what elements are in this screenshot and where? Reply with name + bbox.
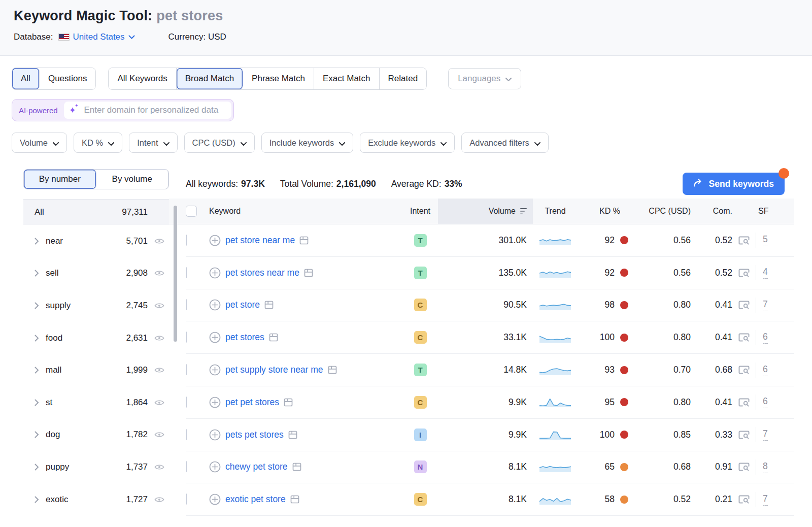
col-header-com[interactable]: Com.: [697, 207, 738, 216]
keyword-link[interactable]: pet store near me: [225, 235, 295, 246]
filter-dropdown-include-keywords[interactable]: Include keywords: [261, 133, 353, 153]
add-keyword-icon[interactable]: [209, 461, 221, 473]
eye-icon[interactable]: [154, 335, 164, 342]
row-checkbox[interactable]: [186, 493, 187, 505]
eye-icon[interactable]: [154, 496, 164, 503]
row-checkbox[interactable]: [186, 299, 187, 310]
keyword-link[interactable]: pet pet stores: [225, 397, 279, 408]
col-header-kd[interactable]: KD %: [578, 207, 634, 216]
serp-features-icon[interactable]: [738, 430, 750, 440]
serp-preview-icon[interactable]: [304, 269, 313, 277]
eye-icon[interactable]: [154, 431, 164, 438]
tab-exact-match[interactable]: Exact Match: [314, 68, 380, 89]
sf-count[interactable]: 6: [763, 332, 768, 344]
group-row-dog[interactable]: dog1,782: [23, 419, 169, 451]
col-header-keyword[interactable]: Keyword: [209, 207, 402, 216]
serp-preview-icon[interactable]: [292, 463, 301, 471]
keyword-link[interactable]: chewy pet store: [225, 462, 288, 472]
serp-preview-icon[interactable]: [284, 398, 293, 407]
chevron-right-icon[interactable]: [35, 270, 39, 277]
eye-icon[interactable]: [154, 238, 164, 245]
add-keyword-icon[interactable]: [209, 299, 221, 311]
sf-count[interactable]: 7: [763, 429, 768, 441]
send-keywords-button[interactable]: Send keywords: [683, 173, 785, 195]
chevron-right-icon[interactable]: [35, 238, 39, 245]
languages-dropdown[interactable]: Languages: [448, 68, 521, 89]
col-header-trend[interactable]: Trend: [533, 207, 578, 216]
eye-icon[interactable]: [154, 399, 164, 406]
add-keyword-icon[interactable]: [209, 364, 221, 376]
toggle-by-number[interactable]: By number: [24, 170, 96, 189]
tab-phrase-match[interactable]: Phrase Match: [243, 68, 314, 89]
chevron-right-icon[interactable]: [35, 399, 39, 406]
chevron-right-icon[interactable]: [35, 335, 39, 342]
col-header-volume[interactable]: Volume: [438, 199, 533, 224]
chevron-right-icon[interactable]: [35, 302, 39, 309]
serp-features-icon[interactable]: [738, 398, 750, 407]
group-row-supply[interactable]: supply2,745: [23, 289, 169, 322]
group-row-puppy[interactable]: puppy1,737: [23, 451, 169, 483]
serp-features-icon[interactable]: [738, 462, 750, 472]
keyword-link[interactable]: pets pet stores: [225, 430, 284, 440]
sf-count[interactable]: 7: [763, 299, 768, 311]
sf-count[interactable]: 6: [763, 396, 768, 408]
eye-icon[interactable]: [154, 270, 164, 277]
row-checkbox[interactable]: [186, 429, 187, 440]
keyword-link[interactable]: pet stores near me: [225, 268, 299, 278]
sf-count[interactable]: 4: [763, 267, 768, 279]
serp-preview-icon[interactable]: [269, 333, 278, 342]
serp-features-icon[interactable]: [738, 365, 750, 375]
serp-features-icon[interactable]: [738, 300, 750, 310]
filter-dropdown-kd-[interactable]: KD %: [74, 133, 122, 153]
col-header-cpc[interactable]: CPC (USD): [634, 207, 697, 216]
filter-dropdown-volume[interactable]: Volume: [12, 133, 67, 153]
add-keyword-icon[interactable]: [209, 235, 221, 246]
add-keyword-icon[interactable]: [209, 267, 221, 279]
sf-count[interactable]: 5: [763, 234, 768, 246]
select-all-checkbox[interactable]: [186, 206, 197, 217]
chevron-right-icon[interactable]: [35, 464, 39, 471]
row-checkbox[interactable]: [186, 397, 187, 408]
filter-dropdown-cpc-usd-[interactable]: CPC (USD): [184, 133, 255, 153]
serp-preview-icon[interactable]: [299, 236, 309, 245]
serp-preview-icon[interactable]: [288, 431, 297, 439]
serp-features-icon[interactable]: [738, 495, 750, 504]
keyword-link[interactable]: pet stores: [225, 332, 264, 343]
group-row-mall[interactable]: mall1,999: [23, 354, 169, 386]
sf-count[interactable]: 6: [763, 364, 768, 376]
serp-preview-icon[interactable]: [264, 301, 274, 309]
tab-broad-match[interactable]: Broad Match: [177, 68, 243, 89]
serp-features-icon[interactable]: [738, 236, 750, 245]
row-checkbox[interactable]: [186, 364, 187, 375]
tab-all[interactable]: All: [12, 68, 40, 89]
add-keyword-icon[interactable]: [209, 332, 221, 343]
row-checkbox[interactable]: [186, 332, 187, 343]
database-selector[interactable]: United States: [73, 32, 125, 42]
group-row-food[interactable]: food2,631: [23, 322, 169, 354]
sf-count[interactable]: 8: [763, 461, 768, 473]
serp-preview-icon[interactable]: [290, 495, 299, 504]
row-checkbox[interactable]: [186, 267, 187, 278]
filter-dropdown-advanced-filters[interactable]: Advanced filters: [461, 133, 548, 153]
sidebar-scrollbar[interactable]: [174, 206, 177, 342]
group-row-near[interactable]: near5,701: [23, 225, 169, 257]
group-row-sell[interactable]: sell2,908: [23, 257, 169, 290]
group-row-st[interactable]: st1,864: [23, 386, 169, 419]
group-row-all[interactable]: All 97,311: [23, 200, 169, 225]
eye-icon[interactable]: [154, 464, 164, 471]
tab-questions[interactable]: Questions: [40, 68, 96, 89]
tab-related[interactable]: Related: [380, 68, 427, 89]
serp-features-icon[interactable]: [738, 333, 750, 342]
keyword-link[interactable]: exotic pet store: [225, 494, 286, 505]
keyword-link[interactable]: pet store: [225, 300, 260, 310]
add-keyword-icon[interactable]: [209, 493, 221, 505]
eye-icon[interactable]: [154, 367, 164, 374]
group-row-exotic[interactable]: exotic1,727: [23, 483, 169, 516]
row-checkbox[interactable]: [186, 461, 187, 472]
filter-dropdown-intent[interactable]: Intent: [129, 133, 177, 153]
sf-count[interactable]: 7: [763, 493, 768, 506]
chevron-right-icon[interactable]: [35, 431, 39, 438]
domain-input[interactable]: ✦✦ Enter domain for personalized data: [64, 102, 231, 119]
add-keyword-icon[interactable]: [209, 397, 221, 408]
chevron-right-icon[interactable]: [35, 367, 39, 374]
